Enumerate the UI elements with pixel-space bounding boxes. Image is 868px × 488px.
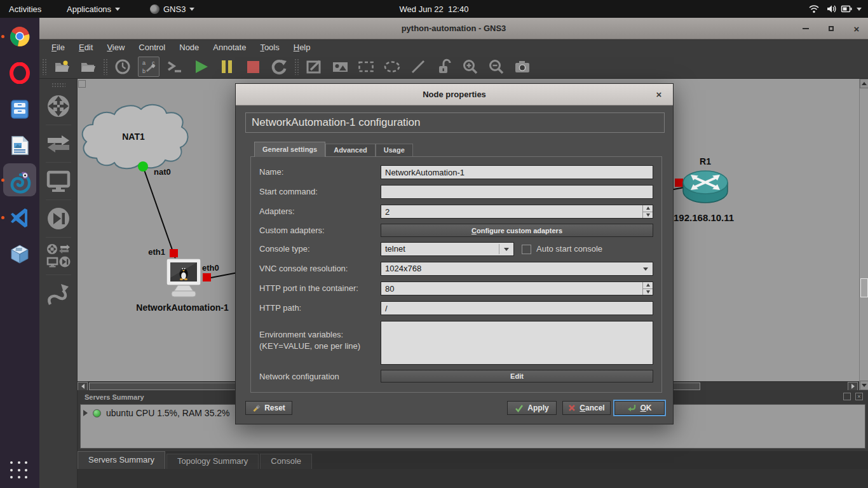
browse-end-devices-button[interactable]	[39, 164, 78, 198]
panel-close-icon[interactable]: ×	[855, 393, 863, 400]
zoom-in-button[interactable]	[459, 57, 481, 77]
stop-button[interactable]	[242, 57, 264, 77]
toolbar-grip[interactable]	[294, 58, 299, 75]
activities-button[interactable]: Activities	[4, 0, 46, 18]
auto-start-console-checkbox[interactable]	[522, 245, 531, 254]
expander-icon[interactable]	[83, 410, 88, 416]
dock-item-virtualbox[interactable]	[9, 243, 31, 265]
vertical-scroll-thumb[interactable]	[860, 278, 868, 297]
spin-down-icon[interactable]	[646, 214, 650, 217]
cancel-button[interactable]: Cancel	[562, 401, 611, 415]
toolbar-grip[interactable]	[42, 58, 46, 75]
canvas-corner-box	[78, 80, 86, 88]
scroll-up-button[interactable]	[860, 79, 868, 88]
reset-button[interactable]: Reset	[245, 401, 292, 415]
draw-line-button[interactable]	[407, 57, 429, 77]
menu-file[interactable]: File	[44, 40, 72, 55]
dock-item-vscode[interactable]	[9, 207, 31, 229]
open-project-button[interactable]	[77, 57, 98, 77]
clock-menu[interactable]: Wed Jun 22 12:40	[395, 0, 474, 18]
node-networkautomation-1[interactable]	[166, 259, 201, 297]
node-r1-router[interactable]	[683, 171, 728, 203]
screenshot-button[interactable]	[512, 57, 533, 77]
environment-variables-textarea[interactable]	[381, 321, 653, 365]
minimize-button[interactable]	[801, 24, 811, 34]
console-type-combobox[interactable]: telnet	[381, 242, 514, 256]
ok-button[interactable]: OK	[614, 401, 665, 415]
http-path-input[interactable]	[381, 301, 653, 315]
console-connect-button[interactable]	[164, 57, 186, 77]
spin-up-icon[interactable]	[646, 207, 650, 210]
draw-rectangle-button[interactable]	[355, 57, 377, 77]
browse-switches-button[interactable]	[39, 126, 78, 161]
start-button[interactable]	[190, 57, 212, 77]
browse-all-devices-button[interactable]	[39, 239, 78, 273]
panel-float-icon[interactable]	[843, 393, 851, 400]
snapshot-button[interactable]	[112, 57, 133, 77]
http-port-spin-buttons[interactable]	[642, 282, 653, 295]
device-toolbar-grip[interactable]	[51, 83, 65, 88]
configuration-heading: NetworkAutomation-1 configuration	[245, 112, 665, 133]
node-nat1-cloud[interactable]: NAT1	[83, 105, 188, 168]
statusbar	[78, 469, 868, 488]
dock-item-chrome[interactable]	[9, 26, 31, 48]
tab-general-settings[interactable]: General settings	[254, 142, 325, 157]
http-port-input[interactable]	[381, 281, 653, 295]
draw-ellipse-button[interactable]	[381, 57, 403, 77]
configure-custom-adapters-button[interactable]: Configure custom adapters	[381, 224, 653, 237]
gns3-appmenu-label: GNS3	[163, 4, 186, 14]
menu-node[interactable]: Node	[172, 40, 206, 55]
add-link-button[interactable]	[39, 276, 78, 311]
scroll-down-button[interactable]	[860, 381, 868, 390]
menu-control[interactable]: Control	[132, 40, 172, 55]
system-menu-caret[interactable]	[851, 0, 867, 18]
zoom-out-button[interactable]	[485, 57, 507, 77]
toolbar-grip[interactable]	[103, 58, 107, 75]
tab-advanced[interactable]: Advanced	[325, 144, 376, 157]
dialog-titlebar[interactable]: Node properties ×	[236, 84, 673, 105]
new-project-button[interactable]	[51, 57, 72, 77]
insert-image-button[interactable]	[329, 57, 351, 77]
scroll-right-button[interactable]	[848, 382, 858, 391]
link-nat0-eth1[interactable]	[143, 166, 176, 261]
adapters-input[interactable]	[381, 205, 653, 219]
suspend-button[interactable]	[216, 57, 238, 77]
scroll-left-button[interactable]	[78, 382, 88, 391]
menu-help[interactable]: Help	[287, 40, 318, 55]
maximize-button[interactable]	[826, 24, 836, 34]
server-row-ubuntu[interactable]: ubuntu CPU 1.5%, RAM 35.2%	[83, 407, 230, 419]
menu-annotate[interactable]: Annotate	[206, 40, 253, 55]
name-input[interactable]	[381, 165, 653, 179]
tab-usage[interactable]: Usage	[376, 144, 413, 157]
menu-tools[interactable]: Tools	[253, 40, 286, 55]
reload-button[interactable]	[268, 57, 290, 77]
canvas-vertical-scrollbar[interactable]	[859, 79, 868, 390]
dock-item-opera[interactable]	[9, 62, 31, 84]
applications-menu[interactable]: Applications	[62, 0, 125, 18]
dialog-close-icon[interactable]: ×	[653, 88, 665, 101]
spin-down-icon[interactable]	[646, 290, 650, 294]
start-command-input[interactable]	[381, 185, 653, 199]
dock-item-libreoffice[interactable]	[9, 135, 31, 156]
browse-security-devices-button[interactable]	[39, 201, 78, 236]
add-note-button[interactable]	[303, 57, 325, 77]
menu-view[interactable]: View	[100, 40, 132, 55]
gns3-appmenu[interactable]: GNS3	[145, 0, 200, 18]
vnc-resolution-combobox[interactable]: 1024x768	[381, 262, 653, 276]
tab-topology-summary[interactable]: Topology Summary	[166, 454, 259, 469]
tab-servers-summary[interactable]: Servers Summary	[78, 451, 165, 469]
dock-item-files[interactable]	[9, 98, 31, 120]
tab-console[interactable]: Console	[260, 454, 312, 469]
label-tool-button[interactable]: acb	[138, 57, 159, 77]
dock-item-gns3[interactable]	[9, 170, 31, 191]
http-port-spinbox	[381, 281, 653, 295]
close-button[interactable]: ×	[851, 24, 862, 34]
network-configuration-edit-button[interactable]: Edit	[381, 370, 653, 383]
show-applications-button[interactable]	[10, 461, 29, 480]
lock-items-button[interactable]	[433, 57, 455, 77]
menu-edit[interactable]: Edit	[72, 40, 100, 55]
adapters-spin-buttons[interactable]	[642, 205, 653, 218]
browse-routers-button[interactable]	[39, 89, 78, 123]
spin-up-icon[interactable]	[646, 283, 650, 287]
apply-button[interactable]: Apply	[507, 401, 557, 415]
